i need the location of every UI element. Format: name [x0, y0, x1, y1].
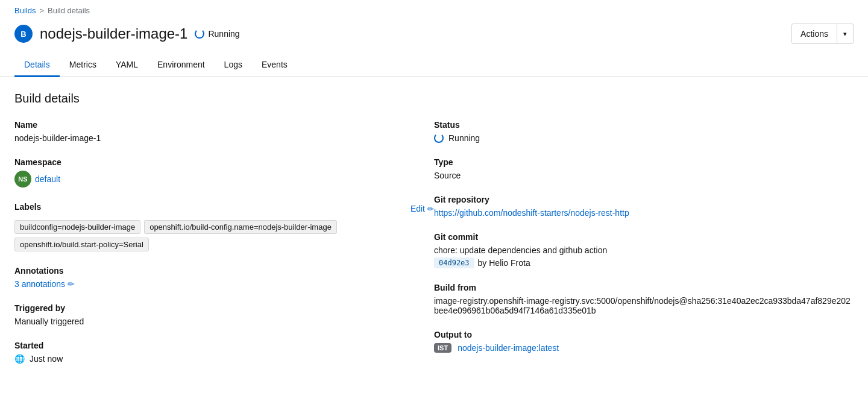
annotations-link-text: 3 annotations [14, 279, 65, 289]
app-icon: B [14, 25, 33, 43]
tabs-nav: Details Metrics YAML Environment Logs Ev… [0, 54, 868, 77]
field-annotations-label: Annotations [14, 266, 434, 276]
labels-header: Labels Edit ✏ [14, 202, 434, 215]
started-value: Just now [30, 354, 63, 364]
field-name: Name nodejs-builder-image-1 [14, 120, 434, 143]
content-area: Build details Name nodejs-builder-image-… [0, 77, 868, 393]
breadcrumb-separator: > [39, 6, 44, 15]
detail-grid: Name nodejs-builder-image-1 Namespace NS… [14, 120, 854, 378]
label-chip-2: openshift.io/build-config.name=nodejs-bu… [144, 220, 337, 234]
annotations-link[interactable]: 3 annotations ✏ [14, 279, 434, 289]
commit-hash-badge: 04d92e3 [434, 257, 474, 268]
detail-left: Name nodejs-builder-image-1 Namespace NS… [14, 120, 434, 378]
commit-line: 04d92e3 by Helio Frota [434, 257, 854, 268]
git-repo-link[interactable]: https://github.com/nodeshift-starters/no… [434, 208, 629, 218]
field-git-commit-message: chore: update dependencies and github ac… [434, 245, 854, 255]
field-output-to: Output to IST nodejs-builder-image:lates… [434, 330, 854, 353]
field-build-from: Build from image-registry.openshift-imag… [434, 283, 854, 315]
status-value: Running [448, 133, 480, 143]
status-label: Running [208, 29, 239, 39]
field-git-repo: Git repository https://github.com/nodesh… [434, 195, 854, 218]
status-badge: Running [195, 29, 239, 39]
field-git-commit: Git commit chore: update dependencies an… [434, 232, 854, 268]
commit-author: by Helio Frota [478, 258, 530, 268]
field-type-value: Source [434, 171, 854, 180]
field-output-to-label: Output to [434, 330, 854, 339]
namespace-link[interactable]: default [35, 174, 60, 184]
page-title: nodejs-builder-image-1 [40, 25, 187, 42]
status-running-icon [434, 133, 444, 143]
tab-details[interactable]: Details [14, 54, 60, 77]
field-labels: Labels Edit ✏ buildconfig=nodejs-builder… [14, 202, 434, 251]
field-started-label: Started [14, 341, 434, 350]
field-name-value: nodejs-builder-image-1 [14, 133, 434, 143]
field-status-label: Status [434, 120, 854, 130]
field-labels-label: Labels [14, 202, 41, 212]
breadcrumb-current: Build details [48, 6, 90, 15]
actions-button-label: Actions [792, 24, 837, 43]
header-row: B nodejs-builder-image-1 Running Actions… [0, 19, 868, 54]
label-chip-1: buildconfig=nodejs-builder-image [14, 220, 140, 234]
tab-events[interactable]: Events [252, 54, 297, 77]
labels-edit-link[interactable]: Edit ✏ [410, 204, 434, 213]
annotations-edit-icon: ✏ [68, 279, 75, 289]
field-annotations: Annotations 3 annotations ✏ [14, 266, 434, 289]
label-chip-3: openshift.io/build.start-policy=Serial [14, 238, 149, 251]
tab-environment[interactable]: Environment [148, 54, 215, 77]
field-type-label: Type [434, 157, 854, 167]
field-status: Status Running [434, 120, 854, 143]
detail-right: Status Running Type Source Git repositor… [434, 120, 854, 378]
namespace-badge: NS [14, 171, 31, 188]
tab-metrics[interactable]: Metrics [60, 54, 106, 77]
tab-yaml[interactable]: YAML [106, 54, 148, 77]
started-row: 🌐 Just now [14, 354, 434, 364]
field-git-commit-label: Git commit [434, 232, 854, 242]
pencil-icon: ✏ [427, 204, 434, 213]
status-value-row: Running [434, 133, 854, 143]
field-triggered-by: Triggered by Manually triggered [14, 303, 434, 326]
namespace-row: NS default [14, 171, 434, 188]
running-spin-icon [195, 29, 204, 39]
field-triggered-by-label: Triggered by [14, 303, 434, 313]
field-git-repo-label: Git repository [434, 195, 854, 204]
edit-label-text: Edit [410, 204, 425, 213]
labels-container: buildconfig=nodejs-builder-image openshi… [14, 220, 434, 251]
breadcrumb: Builds > Build details [0, 0, 868, 19]
field-started: Started 🌐 Just now [14, 341, 434, 364]
ist-badge: IST [434, 343, 451, 353]
breadcrumb-parent-link[interactable]: Builds [14, 6, 36, 15]
field-git-repo-value: https://github.com/nodeshift-starters/no… [434, 208, 854, 218]
field-namespace-label: Namespace [14, 157, 434, 167]
output-to-link[interactable]: nodejs-builder-image:latest [458, 343, 559, 353]
field-build-from-label: Build from [434, 283, 854, 292]
globe-icon: 🌐 [14, 354, 25, 364]
header-left: B nodejs-builder-image-1 Running [14, 25, 240, 43]
actions-button[interactable]: Actions ▾ [791, 24, 854, 44]
field-namespace: Namespace NS default [14, 157, 434, 188]
actions-dropdown-icon: ▾ [837, 25, 853, 43]
field-name-label: Name [14, 120, 434, 130]
field-build-from-value: image-registry.openshift-image-registry.… [434, 296, 854, 315]
section-title: Build details [14, 92, 854, 106]
field-triggered-by-value: Manually triggered [14, 317, 434, 326]
output-to-row: IST nodejs-builder-image:latest [434, 343, 854, 353]
tab-logs[interactable]: Logs [215, 54, 252, 77]
field-type: Type Source [434, 157, 854, 180]
